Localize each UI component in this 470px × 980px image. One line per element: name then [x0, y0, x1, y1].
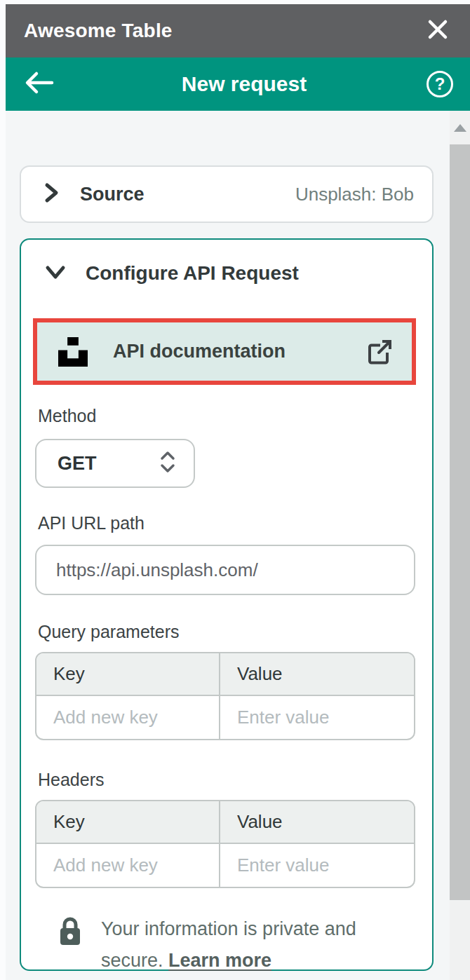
header-key-input[interactable] — [53, 844, 219, 887]
back-button[interactable] — [22, 67, 56, 101]
source-section-title: Source — [80, 184, 145, 205]
method-label: Method — [38, 406, 432, 426]
learn-more-link[interactable]: Learn more — [168, 950, 271, 971]
method-selected-value: GET — [58, 453, 97, 475]
configure-api-request-section: Configure API Request API documentation … — [20, 238, 434, 971]
close-icon — [427, 18, 449, 43]
scrollbar-thumb[interactable] — [450, 144, 470, 900]
help-button[interactable]: ? — [427, 71, 453, 97]
source-section-header[interactable]: Source Unsplash: Bob — [20, 165, 434, 223]
scroll-up-arrow-icon — [454, 124, 466, 132]
key-column-header: Key — [53, 663, 85, 685]
unsplash-logo-icon — [58, 337, 88, 367]
privacy-note: Your information is private and secure. … — [58, 913, 404, 976]
arrow-left-icon — [24, 70, 55, 98]
query-parameters-table: Key Value — [35, 652, 415, 740]
scroll-up-button[interactable] — [450, 111, 470, 144]
page-title: New request — [62, 72, 427, 96]
headers-label: Headers — [38, 770, 432, 790]
value-column-header: Value — [237, 663, 283, 685]
api-url-path-input[interactable] — [35, 545, 415, 595]
query-param-value-input[interactable] — [237, 696, 414, 739]
table-input-row — [36, 844, 414, 887]
api-documentation-label: API documentation — [113, 341, 286, 362]
source-selected-value: Unsplash: Bob — [295, 184, 414, 205]
external-link-icon — [365, 338, 394, 366]
headers-table: Key Value — [35, 800, 415, 888]
key-column-header: Key — [53, 811, 85, 833]
configure-section-header[interactable]: Configure API Request — [21, 240, 432, 285]
method-select[interactable]: GET — [35, 439, 195, 488]
header-value-input[interactable] — [237, 844, 414, 887]
table-header-row: Key Value — [36, 801, 414, 844]
appbar: New request ? — [6, 57, 470, 111]
configure-section-title: Configure API Request — [86, 262, 299, 285]
unfold-more-icon — [159, 449, 177, 477]
table-header-row: Key Value — [36, 653, 414, 696]
titlebar: Awesome Table — [6, 4, 470, 57]
value-column-header: Value — [237, 811, 283, 833]
query-param-key-input[interactable] — [53, 696, 219, 739]
privacy-text: Your information is private and secure. … — [101, 913, 404, 976]
api-url-path-label: API URL path — [38, 513, 432, 533]
api-documentation-button[interactable]: API documentation — [33, 318, 416, 385]
close-button[interactable] — [424, 17, 452, 45]
content-area: Source Unsplash: Bob Configure API Reque… — [6, 111, 450, 980]
sidebar-panel: Awesome Table New request ? Source U — [6, 4, 470, 980]
help-circle-icon: ? — [435, 74, 445, 94]
chevron-right-icon — [42, 181, 60, 207]
query-parameters-label: Query parameters — [38, 622, 432, 642]
lock-icon — [58, 916, 83, 976]
chevron-down-icon — [43, 263, 67, 284]
app-title: Awesome Table — [24, 20, 173, 42]
scrollbar[interactable] — [450, 111, 470, 980]
table-input-row — [36, 696, 414, 739]
